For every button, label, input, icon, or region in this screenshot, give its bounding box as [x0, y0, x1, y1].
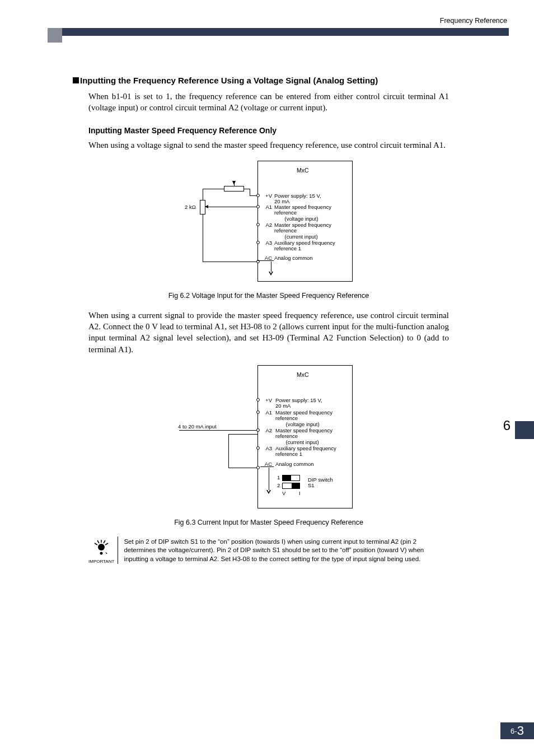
important-label: IMPORTANT [88, 559, 114, 564]
fig2-term-A2-code: A2 [261, 428, 272, 433]
svg-line-2 [95, 543, 97, 545]
fig1-term-A2-code: A2 [261, 222, 272, 228]
header-tab [48, 28, 62, 43]
page-number: 3 [517, 724, 524, 738]
section-heading: Inputting the Frequency Reference Using … [73, 76, 465, 85]
svg-line-5 [97, 540, 99, 543]
fig1-term-A1-label: Master speed frequency reference (voltag… [274, 204, 331, 222]
fig2-term-A3-label: Auxiliary speed frequency reference 1 [275, 446, 336, 458]
fig1-term-AC-label: Analog common [274, 255, 313, 261]
fig2-dip-label: DIP switch S1 [308, 477, 333, 489]
svg-line-6 [104, 540, 105, 543]
fig1-term-A3-code: A3 [261, 240, 272, 246]
svg-line-3 [105, 543, 108, 545]
fig2-term-A2-label: Master speed frequency reference (curren… [275, 428, 332, 445]
svg-point-1 [100, 552, 103, 554]
fig2-term-A1-code: A1 [261, 410, 272, 416]
subsection-text: When using a voltage signal to send the … [88, 139, 449, 151]
page-number-tab: 6-3 [500, 722, 534, 739]
side-tab [515, 421, 534, 439]
fig2-term-A3-code: A3 [261, 446, 272, 451]
fig1-box-title: MxC [297, 167, 309, 174]
fig1-term-A1-code: A1 [261, 204, 272, 210]
page-prefix: 6- [510, 727, 517, 735]
important-note: IMPORTANT Set pin 2 of DIP switch S1 to … [88, 536, 449, 564]
fig2-dip-I: I [299, 491, 301, 496]
fig1-term-V-code: +V [261, 193, 272, 199]
fig1-pot-label: 2 kΩ [185, 204, 196, 210]
section-title: Inputting the Frequency Reference Using … [80, 76, 378, 85]
fig1-term-A2-label: Master speed frequency reference (curren… [274, 222, 331, 240]
section-intro: When b1-01 is set to 1, the frequency re… [88, 91, 449, 114]
fig2-term-AC-label: Analog common [275, 461, 314, 467]
fig2-box-title: MxC [297, 372, 309, 379]
fig2-term-A1-label: Master speed frequency reference (voltag… [275, 410, 332, 427]
figure-6-3: MxC 4 to 20 mA input +V Power supply: 15… [168, 365, 369, 511]
important-text: Set pin 2 of DIP switch S1 to the “on” p… [124, 536, 449, 564]
figure-6-2: MxC 2 kΩ +V Power supply: 15 V, 20 mA A1… [168, 161, 369, 284]
fig2-term-V-code: +V [261, 398, 272, 403]
fig2-term-V-label: Power supply: 15 V, 20 mA [275, 398, 322, 409]
fig2-dip-1: 1 [277, 475, 280, 480]
fig1-caption: Fig 6.2 Voltage Input for the Master Spe… [73, 292, 465, 300]
header-bar [48, 28, 509, 36]
fig1-term-A3-label: Auxiliary speed frequency reference 1 [274, 240, 335, 252]
side-chapter-number: 6 [503, 418, 510, 433]
important-icon: IMPORTANT [88, 536, 118, 564]
fig2-dip-V: V [282, 491, 285, 496]
subsection-heading: Inputting Master Speed Frequency Referen… [88, 126, 465, 135]
svg-point-0 [98, 544, 105, 550]
fig2-dip-2: 2 [277, 483, 280, 488]
para2: When using a current signal to provide t… [88, 310, 449, 355]
square-bullet-icon [73, 77, 79, 83]
fig2-caption: Fig 6.3 Current Input for Master Speed F… [73, 519, 465, 526]
header-breadcrumb: Frequency Reference [440, 17, 507, 25]
fig1-term-V-label: Power supply: 15 V, 20 mA [274, 193, 321, 205]
fig2-left-label: 4 to 20 mA input [178, 424, 217, 430]
